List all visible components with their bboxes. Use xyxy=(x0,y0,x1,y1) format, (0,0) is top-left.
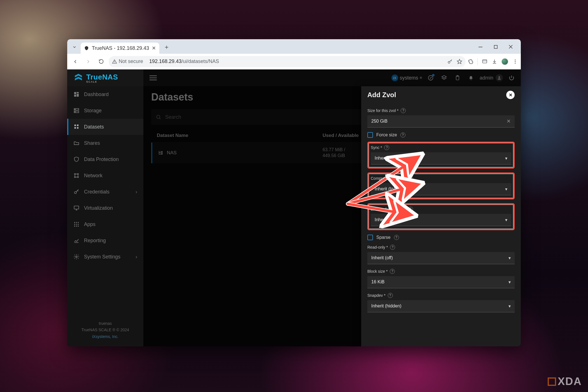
svg-point-54 xyxy=(78,226,79,227)
help-icon[interactable]: ? xyxy=(388,293,393,298)
blocksize-select[interactable]: 16 KiB ▾ xyxy=(367,276,515,288)
svg-rect-36 xyxy=(74,127,76,129)
sidebar-item-credentials[interactable]: Credentials › xyxy=(67,184,143,200)
security-chip[interactable]: Not secure xyxy=(112,59,143,64)
svg-point-53 xyxy=(76,226,77,227)
extensions-icon[interactable] xyxy=(468,59,473,64)
svg-rect-26 xyxy=(74,92,76,94)
svg-marker-14 xyxy=(78,74,82,78)
help-icon[interactable]: ? xyxy=(394,235,399,240)
app-canvas: TrueNAS SCALE iX systems® xyxy=(67,69,521,346)
field-readonly: Read-only? Inherit (off) ▾ xyxy=(367,245,515,264)
blocksize-value: 16 KiB xyxy=(371,279,384,284)
sidebar-item-reporting[interactable]: Reporting xyxy=(67,232,143,249)
svg-point-6 xyxy=(448,61,450,63)
sparse-checkbox[interactable] xyxy=(367,235,373,240)
clear-icon[interactable]: ✕ xyxy=(507,118,511,124)
profile-avatar-icon[interactable] xyxy=(501,58,508,65)
sidebar-item-storage[interactable]: Storage xyxy=(67,102,143,119)
dedup-select[interactable]: Inherit (off) ▾ xyxy=(371,214,511,226)
window-controls xyxy=(473,42,518,52)
svg-point-56 xyxy=(76,256,77,258)
compression-select[interactable]: Inherit (lz4) ▾ xyxy=(371,183,511,195)
chevron-down-icon: ▾ xyxy=(505,217,507,223)
panel-close-button[interactable]: ✕ xyxy=(506,91,515,99)
tab-search-button[interactable] xyxy=(70,43,79,52)
nav-back-button[interactable] xyxy=(70,56,81,67)
kebab-menu-icon[interactable] xyxy=(512,59,518,64)
label-size: Size for this zvol xyxy=(367,108,398,113)
label-dedup: ZFS Deduplication xyxy=(371,207,406,211)
footer-copyright: TrueNAS SCALE ® © 2024 xyxy=(67,327,143,333)
sidebar-item-dashboard[interactable]: Dashboard xyxy=(67,86,143,102)
svg-rect-1 xyxy=(494,45,497,48)
new-tab-button[interactable]: ＋ xyxy=(162,42,172,52)
datasets-icon xyxy=(73,124,80,130)
nav-reload-button[interactable] xyxy=(96,56,106,67)
svg-point-32 xyxy=(75,109,76,110)
reading-list-icon[interactable] xyxy=(482,59,488,64)
size-value: 250 GiB xyxy=(371,119,388,124)
sidebar-item-label: Apps xyxy=(84,221,95,227)
dashboard-icon xyxy=(73,91,80,97)
brand[interactable]: TrueNAS SCALE xyxy=(72,73,143,83)
help-icon[interactable]: ? xyxy=(390,245,395,250)
url-bar[interactable]: Not secure 192.168.29.43/ui/datasets/NAS xyxy=(109,56,466,67)
help-icon[interactable]: ? xyxy=(408,176,413,181)
bookmark-star-icon[interactable] xyxy=(457,59,462,64)
snapdev-select[interactable]: Inherit (hidden) ▾ xyxy=(367,300,515,312)
help-icon[interactable]: ? xyxy=(384,145,389,150)
sidebar-item-label: Virtualization xyxy=(84,205,113,211)
svg-point-52 xyxy=(74,226,75,227)
sparse-row[interactable]: Sparse ? xyxy=(367,235,515,240)
browser-tabstrip: TrueNAS - 192.168.29.43 ✕ ＋ xyxy=(67,39,521,54)
browser-tab[interactable]: TrueNAS - 192.168.29.43 ✕ xyxy=(81,43,159,54)
svg-marker-15 xyxy=(75,74,78,78)
chevron-down-icon: ▾ xyxy=(508,255,511,261)
field-size: Size for this zvol? 250 GiB ✕ xyxy=(367,108,515,128)
tab-title: TrueNAS - 192.168.29.43 xyxy=(92,45,149,51)
sidebar-item-datasets[interactable]: Datasets xyxy=(67,119,143,135)
svg-marker-16 xyxy=(78,77,82,80)
monitor-icon xyxy=(73,205,80,211)
sidebar-item-apps[interactable]: Apps xyxy=(67,216,143,232)
svg-point-39 xyxy=(78,174,79,175)
svg-point-48 xyxy=(78,222,79,223)
force-size-checkbox[interactable] xyxy=(367,132,373,138)
readonly-value: Inherit (off) xyxy=(371,255,393,260)
sidebar-item-system-settings[interactable]: System Settings › xyxy=(67,249,143,265)
sidebar-item-label: Reporting xyxy=(84,238,106,244)
panel-title: Add Zvol xyxy=(367,91,396,99)
sidebar-item-data-protection[interactable]: Data Protection xyxy=(67,151,143,167)
watermark: XDA xyxy=(548,375,582,388)
readonly-select[interactable]: Inherit (off) ▾ xyxy=(367,252,515,264)
window-minimize-button[interactable] xyxy=(473,42,488,52)
shield-icon xyxy=(73,156,80,162)
svg-rect-34 xyxy=(74,125,76,126)
svg-point-42 xyxy=(74,192,76,193)
size-input[interactable]: 250 GiB ✕ xyxy=(367,115,515,128)
sidebar-item-virtualization[interactable]: Virtualization xyxy=(67,200,143,216)
browser-window: TrueNAS - 192.168.29.43 ✕ ＋ Not secure 1… xyxy=(67,39,521,346)
footer-link[interactable]: iXsystems, Inc. xyxy=(67,333,143,340)
window-maximize-button[interactable] xyxy=(488,42,503,52)
sidebar-item-network[interactable]: Network xyxy=(67,167,143,184)
help-icon[interactable]: ? xyxy=(408,207,413,212)
nav-forward-button[interactable] xyxy=(83,56,94,67)
key-icon[interactable] xyxy=(447,59,453,64)
sync-select[interactable]: Inherit (standard) ▾ xyxy=(371,152,511,165)
sidebar-item-label: Credentials xyxy=(84,189,109,195)
add-zvol-panel: Add Zvol ✕ Size for this zvol? 250 GiB ✕… xyxy=(361,86,521,346)
help-icon[interactable]: ? xyxy=(401,108,406,113)
window-close-button[interactable] xyxy=(503,42,518,52)
label-snapdev: Snapdev xyxy=(367,293,386,298)
svg-point-38 xyxy=(74,174,76,175)
tab-close-button[interactable]: ✕ xyxy=(152,45,156,51)
downloads-icon[interactable] xyxy=(492,59,497,64)
force-size-label: Force size xyxy=(376,132,397,137)
sidebar-item-shares[interactable]: Shares xyxy=(67,135,143,151)
network-icon xyxy=(73,172,80,179)
help-icon[interactable]: ? xyxy=(390,269,395,274)
help-icon[interactable]: ? xyxy=(400,132,405,137)
force-size-row[interactable]: Force size ? xyxy=(367,132,515,138)
